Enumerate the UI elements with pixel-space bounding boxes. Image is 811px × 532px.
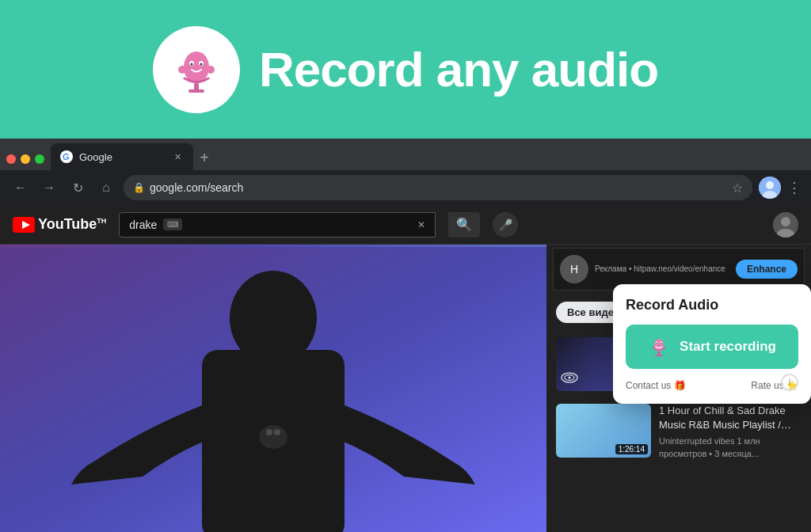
- youtube-logo: YouTubeTH: [13, 216, 106, 233]
- youtube-search-text: drake: [129, 218, 157, 231]
- radio-wave-icon: [561, 372, 578, 383]
- svg-point-7: [178, 66, 186, 74]
- lock-icon: 🔒: [133, 182, 145, 193]
- youtube-search-kbd: ⌨: [163, 218, 182, 230]
- ad-text: Реклама • hitpaw.neo/video/enhance: [595, 264, 729, 275]
- youtube-profile-avatar: [773, 212, 798, 238]
- svg-point-30: [656, 343, 657, 344]
- back-button[interactable]: ←: [10, 177, 32, 199]
- video-info-2: 1 Hour of Chill & Sad Drake Music R&B Mu…: [659, 404, 801, 460]
- youtube-logo-text: YouTubeTH: [38, 216, 106, 233]
- hero-logo: [153, 26, 240, 113]
- video-meta-2: Uninterrupted vibes 1 млн просмотров • 3…: [659, 435, 801, 460]
- address-bar-row: ← → ↻ ⌂ 🔒 google.com/search ☆ ⋮: [0, 170, 811, 205]
- hero-mic-icon: [169, 42, 224, 97]
- youtube-play-icon: [16, 219, 32, 230]
- record-btn-mic-icon: [648, 336, 670, 358]
- browser-content: YouTubeTH drake ⌨ ✕ 🔍 🎤: [0, 205, 811, 532]
- svg-text:G: G: [63, 152, 70, 162]
- ad-label: Реклама • hitpaw.neo/video/enhance: [595, 264, 729, 273]
- youtube-sidebar: H Реклама • hitpaw.neo/video/enhance Enh…: [546, 245, 811, 532]
- tab-bar: G Google ✕ +: [0, 139, 811, 170]
- hero-banner: Record any audio: [0, 0, 811, 139]
- wave-icon: [561, 372, 578, 386]
- ad-button[interactable]: Enhance: [736, 260, 798, 279]
- profile-button[interactable]: [759, 177, 781, 199]
- video-thumb-2: 1:26:14: [556, 404, 651, 458]
- bookmark-icon[interactable]: ☆: [732, 180, 743, 196]
- youtube-header: YouTubeTH drake ⌨ ✕ 🔍 🎤: [0, 205, 811, 245]
- svg-point-3: [190, 63, 192, 65]
- home-button[interactable]: ⌂: [95, 177, 117, 199]
- svg-rect-6: [188, 89, 204, 93]
- tab-close-button[interactable]: ✕: [171, 150, 184, 163]
- youtube-search-button[interactable]: 🔍: [448, 212, 480, 238]
- youtube-main: H Реклама • hitpaw.neo/video/enhance Enh…: [0, 245, 811, 532]
- svg-point-31: [661, 343, 662, 344]
- video-item-2[interactable]: 1:26:14 1 Hour of Chill & Sad Drake Musi…: [553, 397, 805, 466]
- svg-point-22: [266, 429, 272, 435]
- svg-point-21: [259, 425, 287, 449]
- active-tab[interactable]: G Google ✕: [51, 143, 193, 170]
- record-audio-popup: Record Audio: [613, 284, 811, 404]
- profile-avatar: [759, 177, 781, 199]
- video-duration-2: 1:26:14: [615, 444, 648, 454]
- browser-frame: G Google ✕ + ← → ↻ ⌂ 🔒 google.com/search…: [0, 139, 811, 532]
- youtube-container: YouTubeTH drake ⌨ ✕ 🔍 🎤: [0, 205, 811, 532]
- record-popup-title: Record Audio: [626, 297, 798, 314]
- close-traffic-light[interactable]: [6, 154, 16, 164]
- maximize-traffic-light[interactable]: [35, 154, 44, 164]
- svg-point-16: [781, 217, 790, 226]
- refresh-button[interactable]: ↻: [67, 177, 89, 199]
- hero-title: Record any audio: [259, 41, 658, 97]
- start-recording-label: Start recording: [680, 339, 776, 355]
- svg-point-8: [207, 66, 215, 74]
- svg-rect-33: [655, 355, 663, 356]
- address-text: google.com/search: [150, 181, 243, 194]
- contact-us-link[interactable]: Contact us 🎁: [626, 380, 686, 391]
- svg-point-4: [200, 63, 202, 65]
- info-button[interactable]: i: [781, 374, 798, 391]
- youtube-video-area: [0, 245, 546, 532]
- youtube-search-bar[interactable]: drake ⌨ ✕: [119, 212, 436, 238]
- new-tab-button[interactable]: +: [193, 146, 215, 169]
- svg-point-26: [569, 377, 571, 379]
- youtube-profile-button[interactable]: [773, 212, 798, 238]
- start-recording-button[interactable]: Start recording: [626, 325, 798, 369]
- record-popup-footer: Contact us 🎁 Rate us ⭐: [626, 380, 798, 391]
- youtube-video-bg: [0, 245, 546, 532]
- traffic-lights: [6, 154, 51, 170]
- video-person-silhouette: [0, 247, 546, 532]
- tab-label: Google: [79, 151, 165, 163]
- svg-marker-14: [22, 221, 30, 229]
- video-title-2: 1 Hour of Chill & Sad Drake Music R&B Mu…: [659, 404, 801, 432]
- address-bar[interactable]: 🔒 google.com/search ☆: [124, 175, 752, 200]
- svg-point-23: [274, 429, 280, 435]
- minimize-traffic-light[interactable]: [21, 154, 30, 164]
- google-favicon: G: [60, 150, 73, 163]
- youtube-logo-icon: [13, 217, 35, 233]
- svg-point-12: [766, 181, 774, 189]
- youtube-mic-button[interactable]: 🎤: [493, 212, 518, 238]
- forward-button[interactable]: →: [38, 177, 60, 199]
- ad-avatar: H: [560, 255, 588, 283]
- svg-point-0: [184, 51, 209, 83]
- youtube-search-clear[interactable]: ✕: [417, 219, 425, 230]
- browser-menu-button[interactable]: ⋮: [787, 179, 801, 196]
- youtube-logo-sup: TH: [97, 217, 106, 225]
